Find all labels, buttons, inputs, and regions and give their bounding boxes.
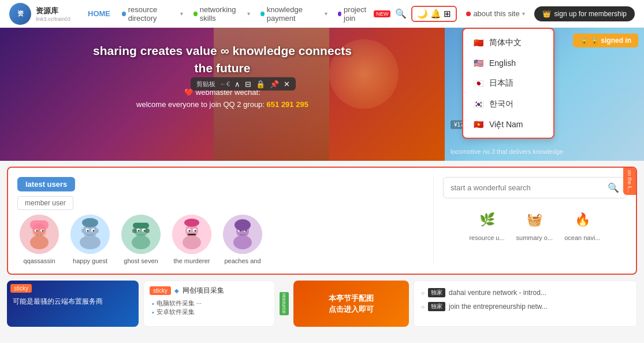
- clipboard-shortcut: ←€: [220, 80, 230, 87]
- listing-item-2[interactable]: ○ 独家 join the entrepreneurship netw...: [421, 300, 630, 314]
- header-icon-group: 🌙 🔔 ⊞: [411, 6, 457, 22]
- bullet-2: •: [152, 309, 154, 316]
- logo-circle: 资: [9, 3, 31, 25]
- svg-point-28: [145, 228, 150, 233]
- users-search-section: on the li... latest users member user qq…: [7, 167, 637, 275]
- svg-point-17: [94, 228, 99, 233]
- user-item-5[interactable]: peaches and: [223, 215, 262, 264]
- moon-icon[interactable]: 🌙: [417, 9, 428, 19]
- card-1[interactable]: sticky 可能是最骚的云端布置服务商: [7, 281, 139, 327]
- bell-icon[interactable]: 🔔: [430, 9, 441, 19]
- card-2: sticky ◆ 网创项目采集 • 电脑软件采集 ··· • 安卓软件采集: [143, 281, 275, 327]
- nav-item-networking[interactable]: networking skills ▾: [189, 3, 255, 25]
- lang-item-ja[interactable]: 🇯🇵 日本語: [463, 73, 553, 94]
- logo-title: 资源库: [36, 6, 70, 16]
- listing-text-1: dahai venture network - introd...: [449, 289, 546, 297]
- lang-label-ja: 日本語: [489, 78, 513, 88]
- nav-item-project[interactable]: project join NEW: [333, 3, 395, 25]
- user-item-1[interactable]: qqassassin: [20, 215, 59, 264]
- about-btn[interactable]: about this site ▾: [461, 7, 529, 20]
- user-name-5: peaches and: [225, 257, 261, 264]
- card-3[interactable]: 本亭节手配图点击进入即可: [293, 281, 409, 327]
- lang-label-ko: 한국어: [489, 99, 513, 109]
- signed-in-badge[interactable]: 🔒 🔒 signed in: [573, 34, 638, 47]
- search-input[interactable]: [451, 183, 603, 192]
- card-2-item-1: • 电脑软件采集 ···: [152, 299, 269, 308]
- logo[interactable]: 资 资源库 link3.cc/train03: [9, 3, 70, 25]
- user-item-3[interactable]: ghost seven: [121, 215, 161, 264]
- nav-knowledge-label: knowledge payment: [267, 5, 322, 23]
- user-item-2[interactable]: happy guest: [70, 215, 110, 264]
- listing-badge-2: 独家: [428, 302, 445, 311]
- translate-icon[interactable]: ⊞: [444, 9, 451, 19]
- hero-text: sharing creates value ∞ knowledge connec…: [84, 42, 361, 109]
- avatar-4: [172, 215, 211, 254]
- nav-item-knowledge[interactable]: knowledge payment ▾: [256, 3, 332, 25]
- svg-rect-8: [30, 220, 49, 230]
- chevron-icon: ▾: [180, 10, 183, 17]
- toolbar-split-icon[interactable]: ⊟: [245, 79, 251, 88]
- lang-item-zh[interactable]: 🇨🇳 简体中文: [463, 32, 553, 53]
- signup-label: sign up for membership: [554, 10, 627, 18]
- users-panel: latest users member user qqassassin happ…: [17, 177, 433, 264]
- dot-green: [193, 12, 198, 16]
- toolbar-lock-icon[interactable]: 🔒: [256, 79, 265, 88]
- bullet-1: •: [152, 300, 154, 307]
- lock-icon: 🔒: [580, 36, 590, 45]
- lang-item-en[interactable]: 🇺🇸 English: [463, 53, 553, 73]
- qq-label: welcome everyone to join QQ 2 group:: [136, 100, 265, 109]
- chevron-icon-3: ▾: [325, 10, 327, 17]
- latest-users-label: latest users: [17, 177, 75, 191]
- hero-title: sharing creates value ∞ knowledge connec…: [84, 42, 361, 78]
- nav-home[interactable]: HOME: [82, 7, 116, 20]
- user-item-4[interactable]: the murderer: [172, 215, 211, 264]
- flag-cn: 🇨🇳: [474, 38, 483, 47]
- flag-vn: 🇻🇳: [474, 120, 483, 129]
- user-name-4: the murderer: [174, 257, 210, 264]
- toolbar-pin-icon[interactable]: 📌: [270, 79, 279, 88]
- member-user-label: member user: [17, 196, 73, 210]
- header: 资 资源库 link3.cc/train03 HOME resource dir…: [0, 0, 644, 28]
- toolbar-up-icon[interactable]: ∧: [234, 79, 240, 88]
- svg-point-34: [195, 230, 196, 232]
- cat-label-2: summary o...: [516, 234, 553, 241]
- crown-icon: 👑: [542, 10, 551, 18]
- logo-subtitle: link3.cc/train03: [36, 16, 70, 22]
- svg-point-27: [132, 228, 137, 233]
- search-icon-right[interactable]: 🔍: [608, 182, 619, 193]
- hero-qq: welcome everyone to join QQ 2 group: 651…: [84, 100, 361, 109]
- nav-item-resource[interactable]: resource directory ▾: [117, 3, 188, 25]
- about-label: about this site: [473, 9, 519, 18]
- search-icon-btn[interactable]: 🔍: [395, 8, 407, 19]
- flag-kr: 🇰🇷: [474, 99, 483, 109]
- resource-label: resource: [280, 292, 289, 315]
- search-box[interactable]: 🔍: [443, 177, 627, 198]
- clipboard-toolbar: 剪贴板 ←€ ∧ ⊟ 🔒 📌 ✕: [191, 77, 296, 90]
- listing-text-2: join the entrepreneurship netw...: [449, 303, 548, 311]
- category-item-1[interactable]: 🌿 resource u...: [469, 208, 504, 241]
- toolbar-close-icon[interactable]: ✕: [284, 79, 290, 88]
- hero-left: 剪贴板 ←€ ∧ ⊟ 🔒 📌 ✕ sharing creates value ∞…: [0, 28, 445, 161]
- logo-text-area: 资源库 link3.cc/train03: [36, 6, 70, 22]
- svg-point-37: [184, 219, 199, 227]
- svg-point-25: [132, 235, 150, 249]
- category-item-3[interactable]: 🔥 ocean navi...: [564, 208, 600, 241]
- lang-item-ko[interactable]: 🇰🇷 한국어: [463, 94, 553, 115]
- avatar-5: [223, 215, 262, 254]
- listing-badge-1: 独家: [428, 288, 445, 297]
- cat-icon-1: 🌿: [475, 208, 499, 232]
- nav-resource-label: resource directory: [128, 5, 178, 23]
- signup-button[interactable]: 👑 sign up for membership: [534, 6, 635, 21]
- svg-point-18: [82, 218, 98, 227]
- dot-blue: [122, 12, 126, 16]
- flag-us: 🇺🇸: [474, 58, 483, 68]
- category-item-2[interactable]: 🧺 summary o...: [516, 208, 553, 241]
- listing-item-1[interactable]: ○ 独家 dahai venture network - introd...: [421, 286, 630, 300]
- svg-point-7: [30, 235, 49, 249]
- card-3-content: 本亭节手配图点击进入即可: [324, 288, 378, 320]
- dot-purple: [338, 12, 341, 16]
- new-badge: NEW: [374, 10, 390, 17]
- cat-label-1: resource u...: [469, 234, 504, 241]
- lang-label-vi: Việt Nam: [489, 120, 523, 129]
- lang-item-vi[interactable]: 🇻🇳 Việt Nam: [463, 115, 553, 134]
